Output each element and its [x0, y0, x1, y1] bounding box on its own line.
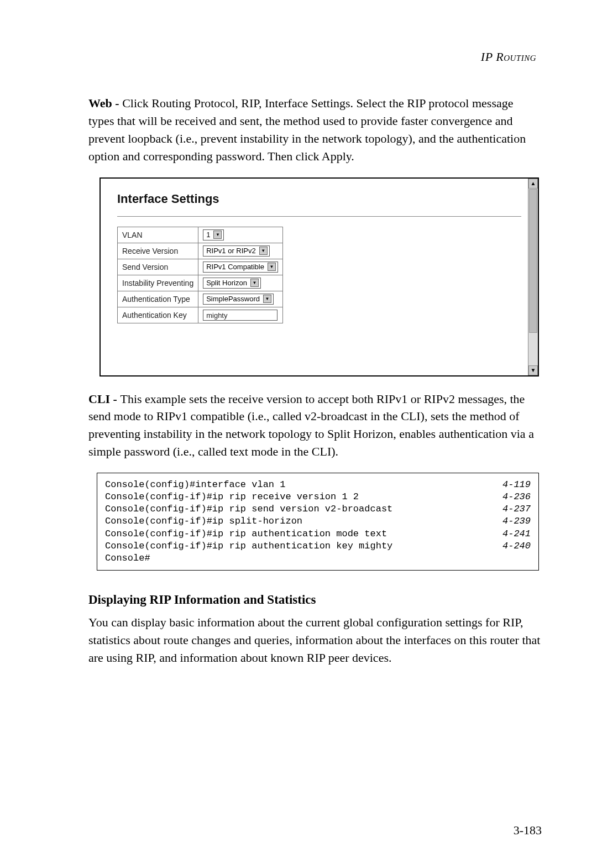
lead-web: Web - — [88, 96, 122, 110]
cli-line: Console(config-if)#ip rip authentication… — [105, 528, 531, 540]
row-send-version: Send Version RIPv1 Compatible ▼ — [118, 259, 283, 275]
interface-settings-panel: Interface Settings VLAN 1 ▼ Receive Vers… — [100, 177, 539, 377]
row-instability-preventing: Instability Preventing Split Horizon ▼ — [118, 275, 283, 291]
chevron-down-icon: ▼ — [250, 279, 259, 287]
cli-line: Console(config-if)#ip rip send version v… — [105, 503, 531, 515]
section-heading: Displaying RIP Information and Statistic… — [88, 593, 542, 607]
select-send-version[interactable]: RIPv1 Compatible ▼ — [203, 262, 278, 273]
chevron-down-icon: ▼ — [259, 247, 268, 255]
paragraph-web: Web - Click Routing Protocol, RIP, Inter… — [88, 95, 542, 165]
label-authentication-type: Authentication Type — [118, 291, 198, 307]
row-vlan: VLAN 1 ▼ — [118, 227, 283, 243]
text-cli: This example sets the receive version to… — [88, 392, 534, 459]
row-authentication-type: Authentication Type SimplePassword ▼ — [118, 291, 283, 307]
label-receive-version: Receive Version — [118, 243, 198, 259]
select-vlan[interactable]: 1 ▼ — [203, 229, 224, 240]
panel-divider — [117, 216, 521, 217]
row-authentication-key: Authentication Key mighty — [118, 307, 283, 323]
cli-box: Console(config)#interface vlan 14-119 Co… — [97, 473, 539, 571]
cli-line: Console(config-if)#ip rip receive versio… — [105, 491, 531, 503]
panel-scrollbar[interactable]: ▲ ▼ — [528, 179, 538, 375]
label-send-version: Send Version — [118, 259, 198, 275]
settings-table: VLAN 1 ▼ Receive Version RIPv1 or RIPv2 … — [117, 227, 283, 323]
scroll-thumb[interactable] — [529, 189, 537, 333]
select-authentication-type[interactable]: SimplePassword ▼ — [203, 294, 274, 305]
cli-line: Console(config)#interface vlan 14-119 — [105, 479, 531, 491]
select-instability-preventing[interactable]: Split Horizon ▼ — [203, 278, 261, 289]
cli-line: Console(config-if)#ip rip authentication… — [105, 540, 531, 552]
label-authentication-key: Authentication Key — [118, 307, 198, 323]
text-web: Click Routing Protocol, RIP, Interface S… — [88, 96, 526, 163]
chevron-down-icon: ▼ — [268, 263, 276, 271]
cli-line: Console# — [105, 552, 531, 564]
scroll-down-icon[interactable]: ▼ — [528, 365, 538, 375]
cli-line: Console(config-if)#ip split-horizon4-239 — [105, 515, 531, 527]
label-vlan: VLAN — [118, 227, 198, 243]
page-number: 3-183 — [514, 823, 542, 838]
select-receive-version[interactable]: RIPv1 or RIPv2 ▼ — [203, 245, 270, 257]
panel-title: Interface Settings — [117, 192, 521, 206]
chevron-down-icon: ▼ — [213, 231, 222, 239]
page-header: IP Routing — [88, 50, 542, 64]
input-authentication-key[interactable]: mighty — [203, 310, 277, 321]
scroll-up-icon[interactable]: ▲ — [528, 179, 538, 189]
label-instability-preventing: Instability Preventing — [118, 275, 198, 291]
chevron-down-icon: ▼ — [263, 295, 271, 303]
lead-cli: CLI - — [88, 392, 120, 406]
paragraph-cli: CLI - This example sets the receive vers… — [88, 390, 542, 461]
row-receive-version: Receive Version RIPv1 or RIPv2 ▼ — [118, 243, 283, 259]
paragraph-section: You can display basic information about … — [88, 614, 542, 667]
